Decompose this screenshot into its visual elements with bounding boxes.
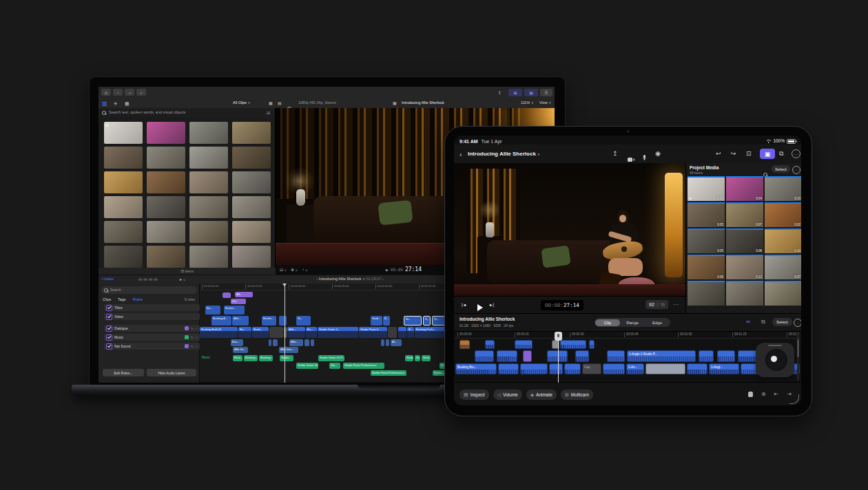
hide-audio-lanes-button[interactable]: Hide Audio Lanes (147, 369, 196, 376)
color-tool-icon[interactable]: ◔ ∨ (302, 268, 308, 273)
media-browser-button[interactable]: ▣ (760, 149, 775, 159)
duration-icon[interactable]: ▤ (278, 101, 282, 105)
effects-icon[interactable]: ⧉ (779, 150, 783, 158)
select-button[interactable]: Select (772, 318, 792, 326)
timeline-scrollbar[interactable] (797, 334, 799, 381)
timeline-clip[interactable] (520, 363, 548, 374)
filmstrip-toggle-icon[interactable]: ⊡ (267, 111, 270, 115)
timeline-clip[interactable]: S... (423, 316, 431, 326)
skip-back-icon[interactable]: |◀ (461, 303, 466, 307)
focus-icon[interactable]: ○ (196, 345, 198, 348)
background-tasks-button[interactable]: ✓ (136, 89, 146, 96)
voiceover-icon[interactable]: ◉ (655, 150, 661, 157)
timeline-clip[interactable] (269, 339, 271, 346)
timeline-clip[interactable]: Allie... (289, 339, 303, 346)
viewer-view-menu[interactable]: View ∨ (539, 101, 551, 105)
media-thumbnail[interactable] (232, 147, 271, 169)
media-thumbnail[interactable] (189, 122, 228, 144)
timeline-clip[interactable]: Busking B... (211, 316, 231, 326)
media-thumbnail[interactable]: 0:07 (726, 202, 763, 227)
timeline-clip[interactable]: Studio Guitar 02... (296, 363, 318, 369)
tab-roles[interactable]: Roles (133, 298, 143, 302)
timeline-clip[interactable]: Busk... (233, 355, 242, 361)
role-row[interactable]: Titles (104, 304, 200, 311)
timeline-project-switcher[interactable]: ‹ Introducing Allie Sherlock ∨ 01:29:07 … (271, 277, 429, 281)
crop-tool-icon[interactable]: ⊡ ∨ (280, 268, 287, 273)
timeline-clip[interactable] (311, 339, 314, 346)
media-thumbnail[interactable] (104, 147, 143, 169)
media-thumbnail[interactable] (147, 171, 185, 193)
timeline-clip[interactable]: B... (407, 327, 414, 338)
playhead[interactable] (285, 284, 285, 383)
focus-icon[interactable]: ○ (196, 327, 198, 330)
waveform-icon[interactable]: ∿ (191, 336, 194, 339)
titles-sidebar-icon[interactable]: ▦ (125, 101, 130, 107)
timeline-clip[interactable]: Studio Guitar 0... (318, 327, 358, 338)
media-thumbnail[interactable]: 0:06 (688, 255, 725, 279)
timeline-clip[interactable]: Busking... (244, 355, 258, 361)
timeline-clip[interactable]: Studio... (280, 355, 293, 361)
timeline-clip[interactable]: B... (383, 316, 390, 326)
timeline-clip[interactable] (603, 363, 625, 374)
timeline-clip[interactable]: Studio Piano 0... (359, 327, 387, 338)
checkbox-icon[interactable] (106, 343, 112, 350)
skip-forward-icon[interactable]: ▶| (490, 303, 495, 307)
timeline-clip[interactable]: Intr... (231, 299, 246, 304)
checkbox-icon[interactable] (106, 326, 112, 332)
media-thumbnail[interactable]: 0:12 (726, 255, 763, 279)
playhead-handle[interactable] (555, 332, 562, 341)
mode-clip[interactable]: Clip (595, 319, 620, 326)
undo-icon[interactable]: ↩ (716, 150, 721, 157)
media-thumbnail[interactable] (147, 122, 185, 144)
media-thumbnail[interactable] (688, 281, 725, 306)
media-thumbnail[interactable] (189, 196, 228, 218)
timeline-clip[interactable] (459, 340, 470, 349)
media-thumbnail[interactable] (104, 196, 143, 218)
timeline-clip[interactable] (279, 316, 287, 326)
media-thumbnail[interactable]: 0:07 (765, 255, 801, 279)
media-thumbnail[interactable]: ⊞ 0:10 (688, 176, 725, 201)
media-thumbnail[interactable] (104, 171, 143, 193)
checkbox-icon[interactable] (106, 305, 112, 311)
timeline-clip[interactable] (547, 350, 568, 362)
media-thumbnail[interactable]: 0:10 (765, 228, 801, 253)
keyword-editor-button[interactable]: ⊸ (125, 89, 134, 96)
media-thumbnail[interactable] (189, 147, 228, 169)
play-icon[interactable]: ▶ (386, 268, 389, 272)
timeline-clip[interactable]: Studi... (422, 355, 431, 361)
timeline-clip[interactable]: Studio Guitar 01 P... (318, 355, 344, 361)
timeline-clip[interactable]: Buskin... (224, 306, 245, 315)
timeline-clip[interactable]: Busking Bro... (455, 363, 497, 374)
timeline-clip[interactable] (388, 327, 397, 338)
edit-roles-button[interactable]: Edit Roles... (103, 369, 144, 376)
timeline-clip[interactable]: Allie Int... (233, 347, 248, 353)
index-button[interactable]: ▪ Index (102, 277, 114, 281)
magnetic-timeline-icon[interactable]: ∞ (746, 319, 750, 325)
timeline-clip[interactable]: Studi... (371, 316, 382, 326)
timeline-clip[interactable]: 1-Angle 1-Studio P... (627, 350, 696, 362)
project-title[interactable]: Introducing Allie Sherlock ∨ (468, 151, 540, 157)
media-thumbnail[interactable] (147, 147, 185, 169)
timeline-clip[interactable] (687, 363, 707, 374)
timeline-clip[interactable]: Al... (391, 339, 402, 346)
media-thumbnail[interactable]: 0:05 (688, 202, 725, 227)
timeline-clip[interactable]: Busking Broll-02 (200, 327, 238, 338)
timeline-clip[interactable]: Stu... (329, 363, 340, 369)
more-icon[interactable]: ⋯ (792, 149, 800, 158)
media-thumbnail[interactable] (147, 246, 185, 268)
media-thumbnail[interactable] (189, 171, 228, 193)
timeline-clip[interactable] (223, 292, 231, 298)
timeline-clip[interactable]: St... (415, 355, 420, 361)
all-clips-filter[interactable]: All Clips ∨ (233, 101, 250, 105)
media-thumbnail[interactable] (232, 221, 271, 243)
media-thumbnail[interactable] (189, 246, 228, 268)
timeline-clip[interactable]: Allie... (287, 327, 305, 338)
download-button[interactable]: ↓ (113, 89, 123, 96)
timeline-clip[interactable] (273, 339, 278, 346)
audio-role-row[interactable]: Nat Sound ∿ ○ (104, 343, 200, 350)
media-thumbnail[interactable]: ⊞ (104, 122, 143, 144)
mode-edge[interactable]: Edge (645, 319, 670, 326)
timeline-clip[interactable]: Studi... (405, 355, 413, 361)
effects-tool-icon[interactable]: ⊕ ∨ (291, 268, 298, 273)
media-thumbnail[interactable] (147, 196, 185, 218)
